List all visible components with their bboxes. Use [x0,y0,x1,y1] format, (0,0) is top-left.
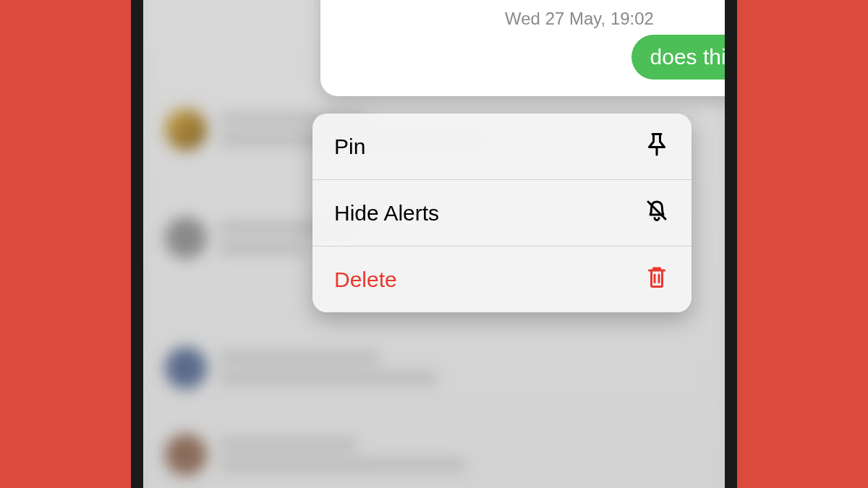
pin-menu-item[interactable]: Pin [312,114,692,179]
delete-label: Delete [334,267,397,292]
context-menu: Pin Hide Alerts Delete [312,114,692,312]
outgoing-message-bubble: does this work? [631,35,725,80]
pin-icon [644,131,670,162]
phone-screen: Wed 27 May, 19:02 does this work? Pin Hi… [143,0,725,488]
hide-alerts-label: Hide Alerts [334,201,439,226]
bell-slash-icon [644,197,670,228]
conversation-preview: Wed 27 May, 19:02 does this work? [320,0,725,96]
message-timestamp: Wed 27 May, 19:02 [505,9,654,29]
blurred-list-row [165,347,437,389]
blurred-list-row [165,434,466,476]
delete-menu-item[interactable]: Delete [312,246,692,312]
trash-icon [644,264,670,295]
pin-label: Pin [334,134,365,159]
hide-alerts-menu-item[interactable]: Hide Alerts [312,179,692,246]
